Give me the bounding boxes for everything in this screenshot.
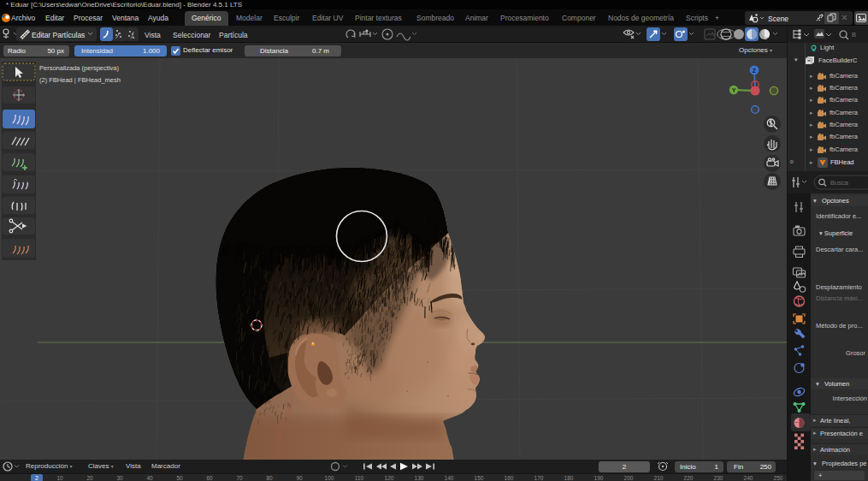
svg-text:Vista: Vista [145, 31, 161, 39]
svg-text:B: B [852, 31, 856, 39]
svg-text:(2) FBHead | FBHead_mesh: (2) FBHead | FBHead_mesh [39, 76, 121, 84]
svg-text:Busca: Busca [830, 179, 849, 187]
svg-text:Personalizada (perspectiva): Personalizada (perspectiva) [39, 64, 119, 72]
svg-text:Editar Partículas: Editar Partículas [32, 31, 85, 39]
svg-text:Seleccionar: Seleccionar [173, 31, 211, 39]
svg-text:Scene: Scene [768, 14, 788, 22]
svg-text:Y: Y [732, 87, 736, 93]
svg-text:Partícula: Partícula [219, 31, 248, 39]
svg-text:Z: Z [753, 68, 757, 74]
